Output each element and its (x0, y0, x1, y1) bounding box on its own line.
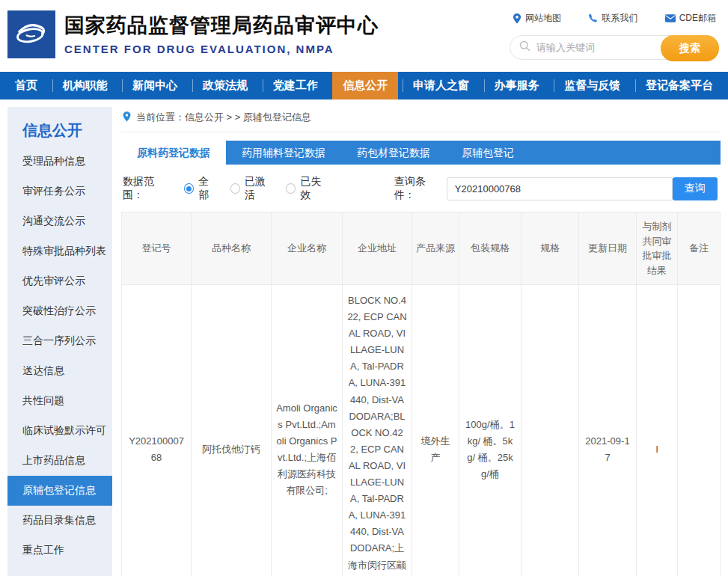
col-update-date: 更新日期 (579, 212, 637, 285)
mail-label: CDE邮箱 (679, 12, 716, 25)
sidebar-item-review-tasks[interactable]: 审评任务公示 (7, 177, 112, 206)
sidebar-item-clinical-trial[interactable]: 临床试验默示许可 (7, 416, 112, 446)
col-address: 企业地址 (343, 212, 412, 285)
cell-company: Amoli Organics Pvt.Ltd.;Amoli Organics P… (272, 285, 343, 576)
tab-excipient-data[interactable]: 药用辅料登记数据 (226, 141, 341, 165)
query-condition-input[interactable] (447, 177, 673, 200)
scope-radio-all[interactable]: 全部 (184, 175, 218, 202)
sidebar-item-three-in-one[interactable]: 三合一序列公示 (7, 326, 112, 356)
query-condition-label: 查询条件： (394, 175, 444, 202)
cell-packaging: 100g/桶。1kg/ 桶。5kg/ 桶。25kg/桶 (459, 285, 521, 576)
site-subtitle: CENTER FOR DRUG EVALUATION, NMPA (64, 43, 379, 55)
nav-item-policy[interactable]: 政策法规 (192, 72, 258, 99)
site-search: 搜索 (510, 35, 719, 60)
sidebar-title: 信息公开 (22, 120, 112, 141)
scope-activated-label: 已激活 (245, 175, 274, 202)
nav-item-functions[interactable]: 机构职能 (52, 72, 118, 99)
sidebar-item-common-issues[interactable]: 共性问题 (7, 386, 112, 416)
cell-reg-no: Y20210000768 (122, 285, 192, 576)
nav-item-info-disclosure[interactable]: 信息公开 (332, 72, 398, 99)
location-pin-icon (513, 13, 521, 24)
mail-link[interactable]: CDE邮箱 (665, 12, 716, 25)
cell-approval-result: I (637, 285, 678, 576)
scope-label: 数据范围： (123, 175, 172, 202)
tab-apie-registration[interactable]: 原辅包登记 (446, 141, 530, 165)
scope-radio-activated[interactable]: 已激活 (230, 175, 275, 202)
cde-logo (7, 10, 55, 58)
radio-unchecked-icon (286, 183, 296, 194)
col-packaging: 包装规格 (459, 212, 521, 285)
sidebar-item-drug-catalog[interactable]: 药品目录集信息 (7, 506, 112, 536)
radio-checked-icon (184, 183, 194, 194)
cell-address: BLOCK NO.422, ECP CANAL ROAD, VILLAGE-LU… (343, 285, 412, 576)
breadcrumb-pin-icon (123, 111, 131, 124)
cell-spec (521, 285, 579, 576)
sidebar-item-breakthrough-therapy[interactable]: 突破性治疗公示 (7, 296, 112, 326)
nav-item-party[interactable]: 党建工作 (263, 72, 328, 99)
sidebar-item-accepted-varieties[interactable]: 受理品种信息 (7, 147, 112, 177)
tab-packaging-data[interactable]: 药包材登记数据 (341, 141, 446, 165)
sitemap-label: 网站地图 (525, 12, 561, 25)
nav-item-applicant[interactable]: 申请人之窗 (403, 72, 480, 99)
site-title: 国家药品监督管理局药品审评中心 (64, 12, 379, 39)
cell-product-name: 阿托伐他汀钙 (192, 285, 272, 576)
sidebar: 信息公开 受理品种信息 审评任务公示 沟通交流公示 特殊审批品种列表 优先审评公… (7, 107, 112, 576)
nav-item-supervision[interactable]: 监督与反馈 (554, 72, 631, 99)
envelope-icon (665, 14, 676, 22)
cell-source: 境外生产 (412, 285, 459, 576)
col-product-name: 品种名称 (192, 212, 272, 285)
cell-remark (678, 285, 721, 576)
query-button[interactable]: 查询 (673, 177, 718, 200)
breadcrumb: 当前位置：信息公开 > > 原辅包登记信息 (121, 105, 721, 132)
col-reg-no: 登记号 (122, 212, 192, 285)
quick-links: 网站地图 联系我们 CDE邮箱 (510, 12, 719, 25)
cell-update-date: 2021-09-17 (579, 285, 637, 576)
logo-swirl-icon (12, 13, 51, 55)
scope-radio-expired[interactable]: 已失效 (286, 175, 330, 202)
col-remark: 备注 (678, 212, 721, 285)
scope-expired-label: 已失效 (300, 175, 329, 202)
sidebar-item-apie-registration[interactable]: 原辅包登记信息 (7, 476, 112, 506)
sidebar-item-key-work[interactable]: 重点工作 (7, 536, 112, 566)
tab-api-data[interactable]: 原料药登记数据 (121, 141, 226, 165)
nav-item-home[interactable]: 首页 (4, 72, 48, 99)
sidebar-item-communication[interactable]: 沟通交流公示 (7, 206, 112, 236)
col-spec: 规格 (521, 212, 579, 285)
nav-item-news[interactable]: 新闻中心 (122, 72, 188, 99)
contact-link[interactable]: 联系我们 (588, 12, 637, 25)
sidebar-item-delivery-info[interactable]: 送达信息 (7, 356, 112, 386)
table-header-row: 登记号 品种名称 企业名称 企业地址 产品来源 包装规格 规格 更新日期 与制剂… (122, 212, 721, 285)
filter-bar: 数据范围： 全部 已激活 已失效 查询条件： 查询 (121, 165, 721, 212)
radio-unchecked-icon (230, 183, 240, 194)
phone-icon (588, 13, 598, 23)
sitemap-link[interactable]: 网站地图 (513, 12, 561, 25)
breadcrumb-text: 当前位置：信息公开 > > 原辅包登记信息 (136, 111, 311, 124)
sidebar-item-special-approval[interactable]: 特殊审批品种列表 (7, 236, 112, 266)
col-company: 企业名称 (272, 212, 343, 285)
nav-item-registration-platform[interactable]: 登记备案平台 (635, 72, 724, 99)
search-icon (519, 40, 530, 55)
contact-label: 联系我们 (602, 12, 637, 25)
main-nav: 首页 机构职能 新闻中心 政策法规 党建工作 信息公开 申请人之窗 办事服务 监… (0, 72, 728, 99)
sidebar-item-marketed-drugs[interactable]: 上市药品信息 (7, 446, 112, 476)
table-row: Y20210000768 阿托伐他汀钙 Amoli Organics Pvt.L… (122, 285, 721, 576)
sidebar-item-priority-review[interactable]: 优先审评公示 (7, 266, 112, 296)
col-source: 产品来源 (412, 212, 459, 285)
col-approval-result: 与制剂共同审批审批结果 (637, 212, 678, 285)
tab-bar: 原料药登记数据 药用辅料登记数据 药包材登记数据 原辅包登记 (121, 141, 721, 165)
nav-item-services[interactable]: 办事服务 (484, 72, 550, 99)
site-header: 国家药品监督管理局药品审评中心 CENTER FOR DRUG EVALUATI… (0, 0, 728, 72)
search-button[interactable]: 搜索 (661, 35, 719, 61)
brand-block: 国家药品监督管理局药品审评中心 CENTER FOR DRUG EVALUATI… (64, 12, 379, 55)
registration-table: 登记号 品种名称 企业名称 企业地址 产品来源 包装规格 规格 更新日期 与制剂… (121, 212, 721, 576)
scope-all-label: 全部 (198, 175, 218, 202)
